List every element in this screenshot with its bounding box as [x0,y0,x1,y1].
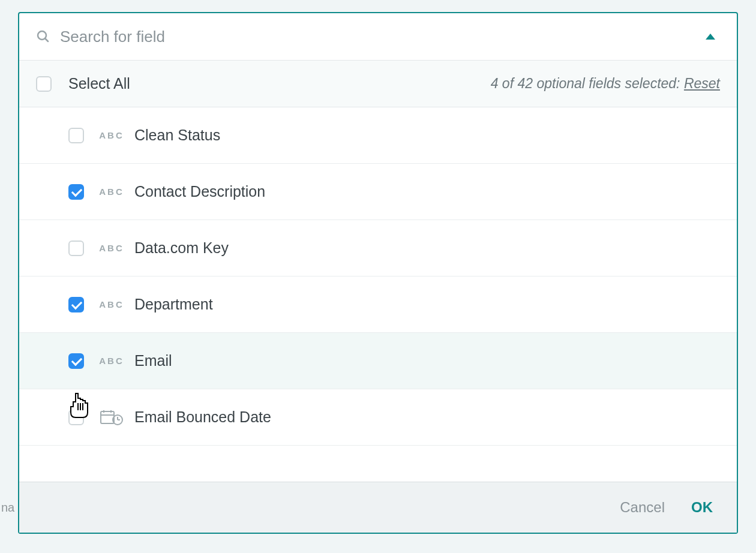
text-type-icon: ABC [98,187,125,197]
field-checkbox[interactable] [68,184,84,200]
field-label: Email Bounced Date [134,408,271,426]
svg-rect-3 [101,411,114,423]
svg-line-1 [45,38,48,41]
field-label: Contact Description [134,183,265,200]
field-row[interactable]: ABCData.com Key [19,220,737,276]
search-row [19,13,737,61]
field-row[interactable]: ABCEmail [19,333,737,389]
cancel-button[interactable]: Cancel [620,499,665,516]
reset-link[interactable]: Reset [684,76,720,91]
field-checkbox[interactable] [68,241,84,256]
svg-marker-2 [706,34,715,40]
dialog-footer: Cancel OK [19,482,737,533]
text-type-icon: ABC [98,299,125,309]
field-label: Email [134,352,172,369]
field-label: Data.com Key [134,239,229,257]
text-type-icon: ABC [98,243,125,253]
text-type-icon: ABC [98,356,125,366]
field-checkbox[interactable] [68,128,84,143]
field-checkbox[interactable] [68,353,84,369]
selection-status-text: 4 of 42 optional fields selected: [491,76,684,91]
selection-status: 4 of 42 optional fields selected: Reset [491,76,720,92]
field-list[interactable]: ABCClean StatusABCContact DescriptionABC… [19,107,737,482]
field-label: Department [134,296,213,313]
datetime-type-icon [98,409,125,426]
field-row[interactable]: ABCClean Status [19,107,737,164]
field-row[interactable]: Email Bounced Date [19,389,737,446]
field-label: Clean Status [134,127,220,144]
search-input[interactable] [60,28,701,46]
field-row[interactable]: ABCContact Description [19,164,737,220]
search-icon [36,29,50,44]
select-all-label: Select All [68,75,130,92]
field-checkbox[interactable] [68,297,84,312]
select-all-row: Select All 4 of 42 optional fields selec… [19,61,737,107]
field-row[interactable]: ABCDepartment [19,276,737,333]
bg-fragment: na [1,501,14,515]
field-picker-dialog: Select All 4 of 42 optional fields selec… [18,12,738,534]
collapse-caret-icon[interactable] [701,26,720,47]
select-all-checkbox[interactable] [36,76,52,92]
text-type-icon: ABC [98,130,125,140]
field-checkbox[interactable] [68,410,84,425]
ok-button[interactable]: OK [691,499,713,516]
